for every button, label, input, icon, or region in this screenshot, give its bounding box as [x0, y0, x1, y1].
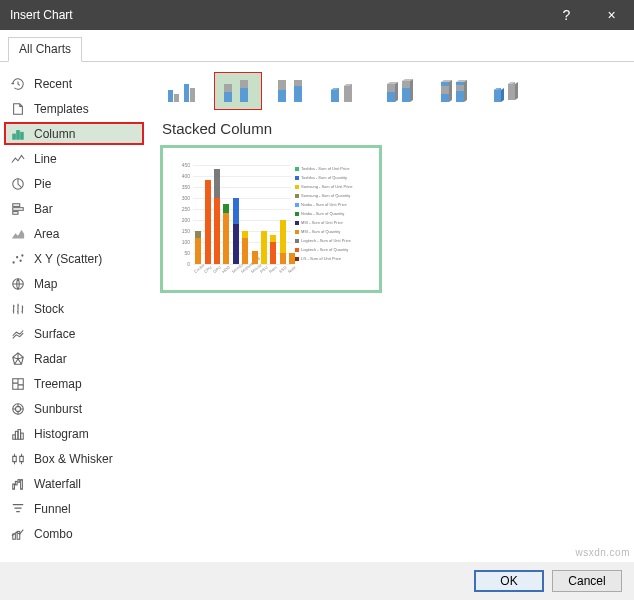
- svg-rect-27: [184, 84, 189, 102]
- chart-preview[interactable]: 050100150200250300350400450CoolerCPUGPUH…: [160, 145, 382, 293]
- sidebar-item-combo[interactable]: Combo: [4, 522, 144, 545]
- bar-segment: [280, 253, 286, 264]
- sidebar-item-surface[interactable]: Surface: [4, 322, 144, 345]
- svg-rect-32: [240, 80, 248, 88]
- legend-swatch: [295, 248, 299, 252]
- chart-legend: Toshiba - Sum of Unit PriceToshiba - Sum…: [295, 164, 373, 263]
- bar-segment: [233, 224, 239, 264]
- legend-label: MSI - Sum of Unit Price: [301, 220, 343, 225]
- y-tick-label: 350: [175, 184, 190, 190]
- sunburst-icon: [10, 401, 26, 417]
- svg-rect-1: [17, 130, 20, 139]
- subtype-3-d-100-stacked-column[interactable]: [430, 72, 478, 110]
- column-icon: [10, 126, 26, 142]
- svg-rect-25: [168, 90, 173, 102]
- legend-swatch: [295, 176, 299, 180]
- svg-rect-5: [13, 207, 24, 210]
- ok-button[interactable]: OK: [474, 570, 544, 592]
- legend-item: Toshiba - Sum of Quantity: [295, 173, 373, 182]
- sidebar-item-radar[interactable]: Radar: [4, 347, 144, 370]
- legend-label: Logitech - Sum of Quantity: [301, 247, 348, 252]
- y-tick-label: 200: [175, 217, 190, 223]
- sidebar-item-label: Box & Whisker: [34, 452, 113, 466]
- sidebar-item-box[interactable]: Box & Whisker: [4, 447, 144, 470]
- histogram-icon: [10, 426, 26, 442]
- sidebar-item-column[interactable]: Column: [4, 122, 144, 145]
- subtype-100-stacked-column[interactable]: [268, 72, 316, 110]
- sidebar-item-label: Recent: [34, 77, 72, 91]
- subtype-stacked-column[interactable]: [214, 72, 262, 110]
- help-button[interactable]: ?: [544, 0, 589, 30]
- legend-item: Samsung - Sum of Quantity: [295, 191, 373, 200]
- scatter-icon: [10, 251, 26, 267]
- svg-point-10: [21, 254, 23, 256]
- svg-rect-18: [21, 433, 24, 439]
- sidebar-item-sunburst[interactable]: Sunburst: [4, 397, 144, 420]
- svg-rect-29: [224, 92, 232, 102]
- bar-segment: [242, 238, 248, 265]
- bar-segment: [195, 238, 201, 265]
- sidebar-item-stock[interactable]: Stock: [4, 297, 144, 320]
- bar-segment: [214, 198, 220, 264]
- sidebar-item-pie[interactable]: Pie: [4, 172, 144, 195]
- waterfall-icon: [10, 476, 26, 492]
- subtype-row: [160, 72, 622, 110]
- svg-rect-22: [21, 479, 23, 489]
- sidebar-item-templates[interactable]: Templates: [4, 97, 144, 120]
- sidebar-item-map[interactable]: Map: [4, 272, 144, 295]
- bar-segment: [223, 213, 229, 264]
- sidebar-item-treemap[interactable]: Treemap: [4, 372, 144, 395]
- legend-swatch: [295, 257, 299, 261]
- sidebar-item-funnel[interactable]: Funnel: [4, 497, 144, 520]
- legend-item: Nvidia - Sum of Unit Price: [295, 200, 373, 209]
- sidebar-item-waterfall[interactable]: Waterfall: [4, 472, 144, 495]
- subtype-3-d-stacked-column[interactable]: [376, 72, 424, 110]
- sidebar-item-label: Area: [34, 227, 59, 241]
- tab-all-charts[interactable]: All Charts: [8, 37, 82, 62]
- legend-label: Toshiba - Sum of Unit Price: [301, 166, 349, 171]
- svg-point-7: [12, 261, 14, 263]
- sidebar-item-label: Column: [34, 127, 75, 141]
- sidebar-item-label: Pie: [34, 177, 51, 191]
- svg-rect-30: [224, 84, 232, 92]
- dialog-body: RecentTemplatesColumnLinePieBarAreaX Y (…: [0, 62, 634, 562]
- funnel-icon: [10, 501, 26, 517]
- svg-rect-36: [294, 86, 302, 102]
- svg-rect-2: [21, 132, 24, 139]
- svg-rect-31: [240, 88, 248, 102]
- legend-item: Nvidia - Sum of Quantity: [295, 209, 373, 218]
- close-button[interactable]: ×: [589, 0, 634, 30]
- svg-rect-26: [174, 94, 179, 102]
- y-tick-label: 400: [175, 173, 190, 179]
- subtype-clustered-column[interactable]: [160, 72, 208, 110]
- legend-swatch: [295, 194, 299, 198]
- sidebar-item-scatter[interactable]: X Y (Scatter): [4, 247, 144, 270]
- sidebar-item-recent[interactable]: Recent: [4, 72, 144, 95]
- cancel-button[interactable]: Cancel: [552, 570, 622, 592]
- subtype-title: Stacked Column: [162, 120, 622, 137]
- map-icon: [10, 276, 26, 292]
- sidebar-item-bar[interactable]: Bar: [4, 197, 144, 220]
- y-tick-label: 100: [175, 239, 190, 245]
- sidebar-item-histogram[interactable]: Histogram: [4, 422, 144, 445]
- line-icon: [10, 151, 26, 167]
- bar-segment: [270, 242, 276, 264]
- bar-segment: [261, 231, 267, 264]
- sidebar-item-label: Templates: [34, 102, 89, 116]
- legend-item: Logitech - Sum of Quantity: [295, 245, 373, 254]
- legend-item: Logitech - Sum of Unit Price: [295, 236, 373, 245]
- subtype-3-d-column[interactable]: [484, 72, 532, 110]
- templates-icon: [10, 101, 26, 117]
- sidebar-item-line[interactable]: Line: [4, 147, 144, 170]
- watermark: wsxdn.com: [575, 547, 630, 558]
- legend-item: Samsung - Sum of Unit Price: [295, 182, 373, 191]
- subtype-3-d-clustered-column[interactable]: [322, 72, 370, 110]
- bar-segment: [280, 220, 286, 253]
- radar-icon: [10, 351, 26, 367]
- legend-label: Toshiba - Sum of Quantity: [301, 175, 347, 180]
- y-tick-label: 50: [175, 250, 190, 256]
- legend-label: Samsung - Sum of Unit Price: [301, 184, 353, 189]
- dialog-footer: OK Cancel: [0, 562, 634, 600]
- sidebar-item-label: X Y (Scatter): [34, 252, 102, 266]
- sidebar-item-area[interactable]: Area: [4, 222, 144, 245]
